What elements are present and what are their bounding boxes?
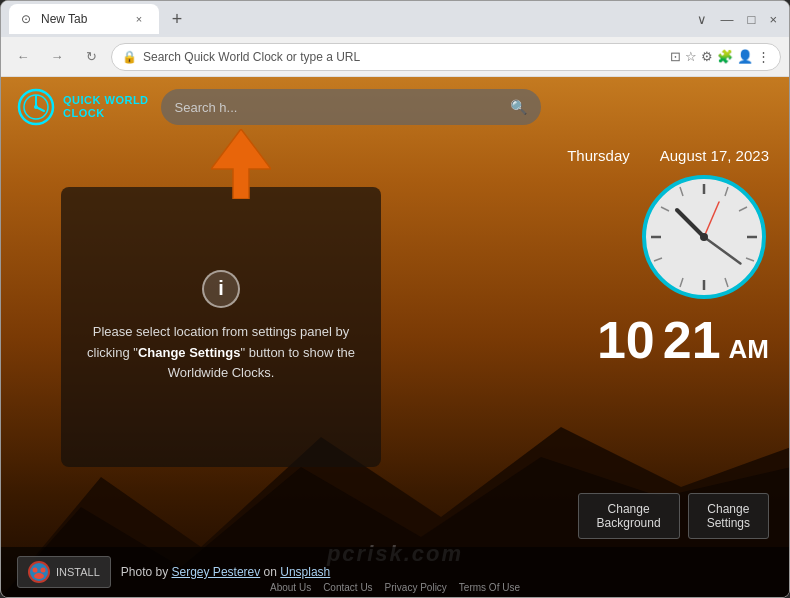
digital-clock: 10 21 AM — [567, 314, 769, 366]
change-buttons: ChangeBackground ChangeSettings — [578, 493, 769, 539]
photo-author-link[interactable]: Sergey Pesterev — [172, 565, 261, 579]
photo-credit: Photo by Sergey Pesterev on Unsplash — [121, 565, 330, 579]
search-bar[interactable]: Search h... 🔍 — [161, 89, 541, 125]
star-icon[interactable]: ☆ — [685, 49, 697, 64]
install-icon — [28, 561, 50, 583]
puzzle-icon[interactable]: 🧩 — [717, 49, 733, 64]
clock-hours: 10 — [597, 314, 655, 366]
address-bar[interactable]: 🔒 Search Quick World Clock or type a URL… — [111, 43, 781, 71]
change-settings-button[interactable]: ChangeSettings — [688, 493, 769, 539]
maximize-icon[interactable]: □ — [744, 10, 760, 29]
page-content: QUICK WORLD CLOCK Search h... 🔍 Thursday… — [1, 77, 789, 597]
back-button[interactable]: ← — [9, 43, 37, 71]
forward-button[interactable]: → — [43, 43, 71, 71]
logo-text: QUICK WORLD CLOCK — [63, 94, 149, 120]
new-tab-button[interactable]: + — [163, 5, 191, 33]
install-label: INSTALL — [56, 566, 100, 578]
analog-clock — [639, 172, 769, 302]
reload-button[interactable]: ↻ — [77, 43, 105, 71]
day-label: Thursday — [567, 147, 630, 164]
lock-icon: 🔒 — [122, 50, 137, 64]
svg-point-6 — [34, 105, 38, 109]
menu-icon[interactable]: ⋮ — [757, 49, 770, 64]
about-us-link[interactable]: About Us — [270, 582, 311, 593]
change-background-button[interactable]: ChangeBackground — [578, 493, 680, 539]
search-icon[interactable]: 🔍 — [510, 99, 527, 115]
svg-point-28 — [34, 573, 44, 579]
tab-bar: ⊙ New Tab × + ∨ — □ × — [1, 1, 789, 37]
active-tab[interactable]: ⊙ New Tab × — [9, 4, 159, 34]
photo-platform-link[interactable]: Unsplash — [280, 565, 330, 579]
info-panel: i Please select location from settings p… — [61, 187, 381, 467]
window-controls: ∨ — □ × — [693, 10, 781, 29]
extension-icon[interactable]: ⚙ — [701, 49, 713, 64]
bottom-links: About Us Contact Us Privacy Policy Terms… — [270, 582, 520, 593]
browser-toolbar: ← → ↻ 🔒 Search Quick World Clock or type… — [1, 37, 789, 77]
date-label: August 17, 2023 — [660, 147, 769, 164]
profile-icon[interactable]: 👤 — [737, 49, 753, 64]
contact-us-link[interactable]: Contact Us — [323, 582, 372, 593]
tab-title: New Tab — [41, 12, 87, 26]
info-icon: i — [202, 270, 240, 308]
svg-point-27 — [41, 568, 46, 573]
search-input[interactable]: Search h... — [175, 100, 502, 115]
install-button[interactable]: INSTALL — [17, 556, 111, 588]
clock-minutes: 21 — [663, 314, 721, 366]
info-text: Please select location from settings pan… — [81, 322, 361, 384]
clock-ampm: AM — [729, 334, 769, 365]
svg-point-26 — [33, 568, 38, 573]
minimize-window-icon[interactable]: — — [717, 10, 738, 29]
logo-icon — [17, 88, 55, 126]
close-window-icon[interactable]: × — [765, 10, 781, 29]
qr-icon[interactable]: ⊡ — [670, 49, 681, 64]
app-header: QUICK WORLD CLOCK Search h... 🔍 — [1, 77, 789, 137]
arrow-pointer — [211, 129, 271, 208]
datetime-area: Thursday August 17, 2023 — [567, 147, 769, 366]
svg-point-24 — [700, 233, 708, 241]
privacy-policy-link[interactable]: Privacy Policy — [385, 582, 447, 593]
day-date-line: Thursday August 17, 2023 — [567, 147, 769, 164]
tab-close-button[interactable]: × — [131, 11, 147, 27]
minimize-icon[interactable]: ∨ — [693, 10, 711, 29]
address-text: Search Quick World Clock or type a URL — [143, 50, 360, 64]
address-bar-icons: ⊡ ☆ ⚙ 🧩 👤 ⋮ — [670, 49, 770, 64]
svg-marker-7 — [211, 129, 271, 199]
logo-area: QUICK WORLD CLOCK — [17, 88, 149, 126]
terms-of-use-link[interactable]: Terms Of Use — [459, 582, 520, 593]
browser-frame: ⊙ New Tab × + ∨ — □ × ← → ↻ 🔒 Search Qui… — [0, 0, 790, 598]
tab-favicon: ⊙ — [21, 12, 35, 26]
bottom-bar: INSTALL Photo by Sergey Pesterev on Unsp… — [1, 547, 789, 597]
